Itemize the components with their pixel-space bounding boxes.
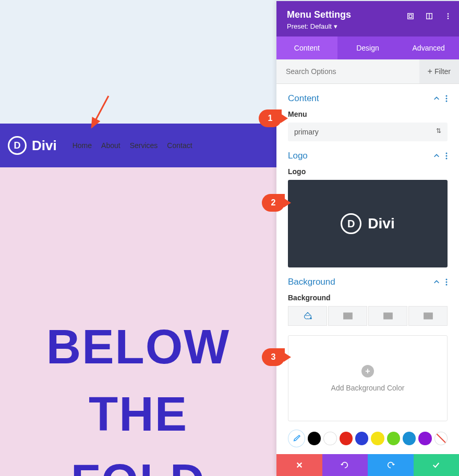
svg-point-5 (448, 13, 449, 15)
panel-header: Menu Settings Preset: Default ▾ (276, 1, 459, 36)
search-input[interactable] (276, 59, 419, 83)
chevron-up-icon[interactable] (433, 152, 440, 160)
bg-tab-video[interactable] (408, 306, 448, 326)
panel-preset[interactable]: Preset: Default ▾ (287, 22, 449, 30)
svg-point-15 (446, 282, 448, 283)
swatch-white[interactable] (323, 432, 336, 445)
section-title-logo[interactable]: Logo (288, 151, 308, 161)
section-title-background[interactable]: Background (288, 277, 335, 287)
hero-text-line1: BELOW THE (0, 313, 276, 448)
more-icon[interactable] (444, 13, 452, 20)
chevron-up-icon[interactable] (433, 278, 440, 286)
section-more-icon[interactable] (445, 152, 448, 160)
tab-design[interactable]: Design (337, 36, 398, 59)
svg-point-6 (448, 16, 449, 17)
filter-button[interactable]: + Filter (419, 59, 459, 83)
swatch-blue[interactable] (355, 432, 368, 445)
background-tabs (288, 306, 448, 326)
bg-tab-color[interactable] (288, 306, 327, 326)
color-swatches (288, 430, 448, 447)
background-label: Background (288, 294, 448, 302)
logo-preview-icon: D (341, 213, 361, 234)
swatch-yellow[interactable] (371, 432, 384, 445)
add-background-text: Add Background Color (331, 384, 405, 392)
section-head-background: Background (288, 267, 448, 294)
panel-footer (276, 454, 459, 476)
swatch-black[interactable] (308, 432, 321, 445)
svg-point-7 (448, 18, 449, 19)
section-head-logo: Logo (288, 141, 448, 167)
svg-rect-20 (383, 313, 392, 319)
svg-point-14 (446, 279, 448, 280)
swatch-cyan[interactable] (403, 432, 416, 445)
add-background-button[interactable]: + (361, 365, 374, 377)
logo-text: Divi (32, 138, 57, 154)
svg-point-12 (446, 155, 448, 157)
bg-tab-gradient[interactable] (328, 306, 367, 326)
chevron-up-icon[interactable] (433, 95, 440, 102)
tabs: Content Design Advanced (276, 36, 459, 59)
nav-item-services[interactable]: Services (130, 141, 158, 150)
nav-items: Home About Services Contact (73, 141, 192, 150)
preview-body: BELOW THE FOLD (0, 167, 276, 476)
swatch-purple[interactable] (418, 432, 431, 445)
preview-navbar: D Divi Home About Services Contact (0, 124, 276, 167)
annotation-marker-2: 2 (262, 194, 285, 212)
nav-item-contact[interactable]: Contact (167, 141, 192, 150)
annotation-marker-3: 3 (262, 348, 285, 366)
columns-icon[interactable] (426, 13, 433, 20)
annotation-marker-1: 1 (259, 109, 282, 127)
save-button[interactable] (414, 454, 460, 476)
swatch-green[interactable] (387, 432, 400, 445)
tab-advanced[interactable]: Advanced (398, 36, 459, 59)
svg-point-9 (446, 98, 448, 100)
nav-item-about[interactable]: About (101, 141, 120, 150)
preview-top-area (0, 0, 276, 124)
logo-preview-text: Divi (368, 215, 394, 232)
tab-content[interactable]: Content (276, 36, 337, 59)
section-more-icon[interactable] (445, 95, 448, 102)
filter-label: Filter (434, 67, 451, 76)
search-row: + Filter (276, 59, 459, 84)
swatch-red[interactable] (340, 432, 353, 445)
bg-tab-image[interactable] (368, 306, 407, 326)
svg-point-10 (446, 101, 448, 102)
page-preview: D Divi Home About Services Contact BELOW… (0, 0, 276, 476)
menu-select[interactable]: primary (288, 123, 448, 141)
section-title-content[interactable]: Content (288, 93, 319, 104)
annotation-arrow (83, 93, 115, 135)
section-head-content: Content (288, 84, 448, 110)
color-picker-icon[interactable] (288, 430, 305, 447)
redo-button[interactable] (368, 454, 414, 476)
background-dropzone[interactable]: + Add Background Color (288, 335, 448, 421)
undo-button[interactable] (322, 454, 368, 476)
svg-point-11 (446, 153, 448, 154)
svg-line-0 (92, 96, 108, 127)
svg-rect-1 (408, 14, 414, 19)
logo-label: Logo (288, 167, 448, 176)
svg-point-17 (310, 318, 311, 319)
hero-text-line2: FOLD (0, 448, 276, 476)
logo-preview[interactable]: D Divi (288, 180, 448, 267)
svg-rect-2 (409, 15, 412, 17)
svg-point-8 (446, 95, 448, 97)
nav-item-home[interactable]: Home (73, 141, 92, 150)
logo-preview-letter: D (347, 218, 355, 230)
cancel-button[interactable] (276, 454, 322, 476)
swatch-none[interactable] (434, 432, 448, 445)
svg-point-13 (446, 158, 448, 160)
settings-panel: Menu Settings Preset: Default ▾ Content … (276, 1, 459, 476)
section-more-icon[interactable] (445, 278, 448, 286)
logo-icon: D (8, 136, 27, 155)
svg-point-16 (446, 284, 448, 286)
logo-letter: D (14, 140, 21, 151)
panel-body: Content Menu primary Logo Logo D Divi Ba… (276, 84, 459, 454)
expand-icon[interactable] (407, 13, 414, 20)
menu-label: Menu (288, 110, 448, 118)
